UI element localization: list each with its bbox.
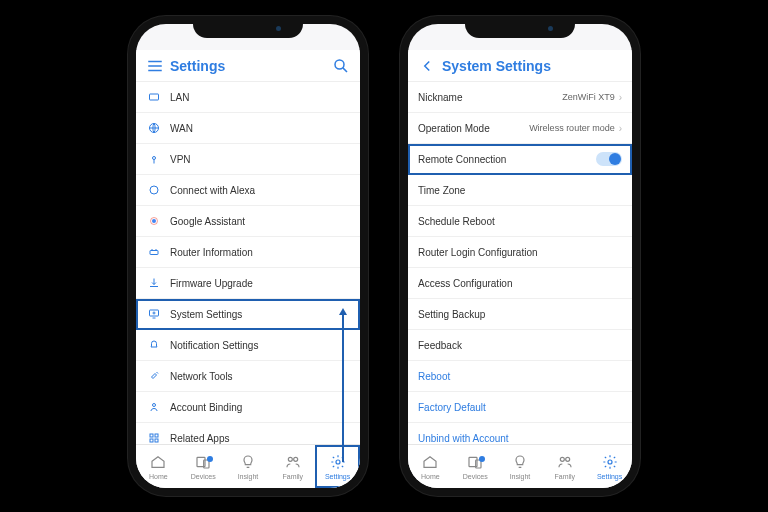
svg-rect-21: [150, 439, 153, 442]
tab-label: Settings: [597, 473, 622, 480]
row-label: WAN: [170, 123, 350, 134]
google-icon: [146, 213, 162, 229]
screen-left: Settings LANWANVPNConnect with AlexaGoog…: [136, 24, 360, 488]
row-label: Time Zone: [418, 185, 622, 196]
phone-notch: [465, 16, 575, 38]
svg-line-4: [343, 67, 347, 71]
family-icon: [285, 454, 301, 471]
list-item[interactable]: Notification Settings: [136, 330, 360, 361]
toggle-switch[interactable]: [596, 152, 622, 166]
tab-label: Insight: [238, 473, 259, 480]
network-tools-icon: [146, 368, 162, 384]
list-item[interactable]: Router Information: [136, 237, 360, 268]
system-settings-icon: [146, 306, 162, 322]
tab-devices[interactable]: Devices: [453, 445, 498, 488]
svg-point-3: [335, 60, 344, 69]
row-label: Google Assistant: [170, 216, 350, 227]
firmware-icon: [146, 275, 162, 291]
list-item[interactable]: Router Login Configuration: [408, 237, 632, 268]
svg-rect-12: [150, 251, 158, 255]
alexa-icon: [146, 182, 162, 198]
row-value: ZenWiFi XT9: [562, 92, 615, 102]
list-item[interactable]: Remote Connection: [408, 144, 632, 175]
list-item[interactable]: Unbind with Account: [408, 423, 632, 444]
svg-point-18: [153, 404, 156, 407]
list-item[interactable]: Firmware Upgrade: [136, 268, 360, 299]
row-label: Schedule Reboot: [418, 216, 622, 227]
svg-point-26: [288, 457, 292, 461]
tab-insight[interactable]: Insight: [498, 445, 543, 488]
search-icon[interactable]: [332, 57, 350, 75]
tab-label: Insight: [510, 473, 531, 480]
svg-point-32: [560, 457, 564, 461]
list-item[interactable]: Access Configuration: [408, 268, 632, 299]
row-label: Router Login Configuration: [418, 247, 622, 258]
tab-settings[interactable]: Settings: [587, 445, 632, 488]
list-item[interactable]: Schedule Reboot: [408, 206, 632, 237]
svg-rect-5: [150, 94, 159, 100]
row-label: Setting Backup: [418, 309, 622, 320]
chevron-right-icon: ›: [619, 92, 622, 103]
svg-point-10: [152, 219, 156, 223]
list-item[interactable]: Operation ModeWireless router mode›: [408, 113, 632, 144]
list-item[interactable]: NicknameZenWiFi XT9›: [408, 82, 632, 113]
row-label: Firmware Upgrade: [170, 278, 350, 289]
insight-icon: [512, 454, 528, 471]
row-label: Feedback: [418, 340, 622, 351]
system-settings-list: NicknameZenWiFi XT9›Operation ModeWirele…: [408, 82, 632, 444]
tab-insight[interactable]: Insight: [226, 445, 271, 488]
tab-home[interactable]: Home: [408, 445, 453, 488]
svg-point-9: [150, 186, 158, 194]
router-info-icon: [146, 244, 162, 260]
tab-label: Home: [149, 473, 168, 480]
tab-devices[interactable]: Devices: [181, 445, 226, 488]
vpn-icon: [146, 151, 162, 167]
chevron-right-icon: ›: [619, 123, 622, 134]
list-item[interactable]: Connect with Alexa: [136, 175, 360, 206]
list-item[interactable]: Related Apps: [136, 423, 360, 444]
phone-right: System Settings NicknameZenWiFi XT9›Oper…: [400, 16, 640, 496]
wan-icon: [146, 120, 162, 136]
row-label: Nickname: [418, 92, 562, 103]
tab-settings[interactable]: Settings: [315, 445, 360, 488]
svg-point-16: [153, 312, 155, 314]
list-item[interactable]: LAN: [136, 82, 360, 113]
tab-label: Devices: [463, 473, 488, 480]
svg-point-27: [293, 457, 297, 461]
list-item[interactable]: Factory Default: [408, 392, 632, 423]
tab-family[interactable]: Family: [270, 445, 315, 488]
svg-point-34: [608, 460, 612, 464]
list-item[interactable]: Time Zone: [408, 175, 632, 206]
row-label: Related Apps: [170, 433, 350, 444]
back-icon[interactable]: [418, 57, 436, 75]
row-label: Unbind with Account: [418, 433, 622, 444]
phone-notch: [193, 16, 303, 38]
list-item[interactable]: Reboot: [408, 361, 632, 392]
tab-bar: HomeDevicesInsightFamilySettings: [408, 444, 632, 488]
header-settings: Settings: [136, 50, 360, 82]
row-label: Access Configuration: [418, 278, 622, 289]
list-item[interactable]: Setting Backup: [408, 299, 632, 330]
list-item[interactable]: Account Binding: [136, 392, 360, 423]
tab-home[interactable]: Home: [136, 445, 181, 488]
svg-rect-15: [150, 310, 159, 316]
list-item[interactable]: Network Tools: [136, 361, 360, 392]
row-value: Wireless router mode: [529, 123, 615, 133]
row-label: Notification Settings: [170, 340, 350, 351]
menu-icon[interactable]: [146, 57, 164, 75]
settings-list: LANWANVPNConnect with AlexaGoogle Assist…: [136, 82, 360, 444]
list-item[interactable]: System Settings: [136, 299, 360, 330]
svg-point-28: [336, 460, 340, 464]
list-item[interactable]: Google Assistant: [136, 206, 360, 237]
row-label: LAN: [170, 92, 350, 103]
header-system-settings: System Settings: [408, 50, 632, 82]
settings-gear-icon: [602, 454, 618, 471]
apps-icon: [146, 430, 162, 444]
list-item[interactable]: Feedback: [408, 330, 632, 361]
lan-icon: [146, 89, 162, 105]
tab-family[interactable]: Family: [542, 445, 587, 488]
list-item[interactable]: WAN: [136, 113, 360, 144]
tab-label: Home: [421, 473, 440, 480]
list-item[interactable]: VPN: [136, 144, 360, 175]
row-label: Operation Mode: [418, 123, 529, 134]
